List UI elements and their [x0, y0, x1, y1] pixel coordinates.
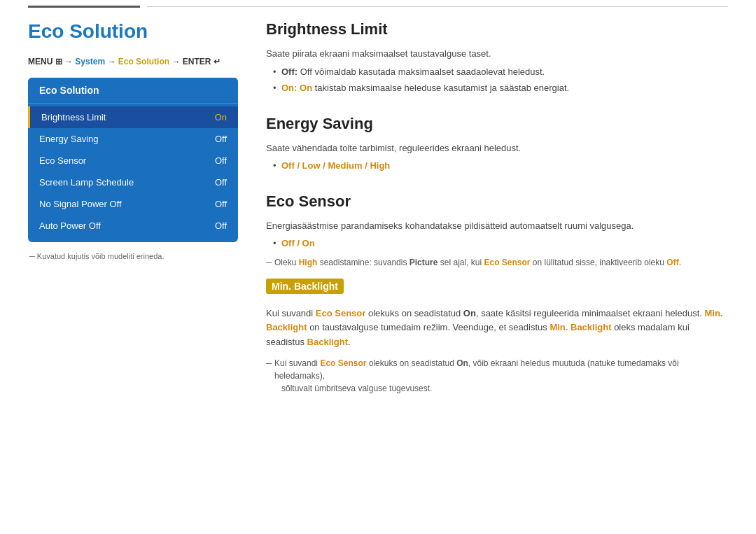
bullet-1-label: Off: Off võimaldab kasutada maksimaalset…: [281, 66, 545, 77]
arrow2: →: [107, 57, 118, 66]
sidebar-item-auto-power-off[interactable]: Auto Power OffOff: [28, 215, 238, 237]
right-panel: Brightness Limit Saate piirata ekraani m…: [266, 8, 728, 414]
sidebar-item-no-signal-power-off[interactable]: No Signal Power OffOff: [28, 193, 238, 215]
enter-icon: ↵: [214, 57, 220, 66]
enter-label: ENTER: [183, 57, 214, 66]
sidebar-item-value: Off: [215, 220, 227, 231]
eco-link[interactable]: Eco Solution: [118, 57, 169, 66]
min-backlight-badge: Min. Backlight: [266, 279, 344, 294]
eco-sensor-title: Eco Sensor: [266, 192, 728, 211]
eco-sensor-body1: Kui suvandi Eco Sensor olekuks on seadis…: [266, 307, 728, 350]
arrow3: →: [172, 57, 182, 66]
energy-saving-options-list: Off / Low / Medium / High: [266, 159, 728, 173]
eco-options-text: Off / On: [281, 238, 315, 248]
energy-saving-desc: Saate vähendada toite tarbimist, regulee…: [266, 141, 728, 155]
bullet-2: On: On takistab maksimaalse heleduse kas…: [273, 81, 728, 95]
eco-sensor-desc: Energiasäästmise parandamiseks kohandata…: [266, 219, 728, 233]
sidebar-item-brightness-limit[interactable]: Brightness LimitOn: [28, 106, 238, 128]
arrow1: →: [64, 57, 75, 66]
eco-sensor-section: Eco Sensor Energiasäästmise parandamisek…: [266, 192, 728, 395]
sidebar-item-label: Brightness Limit: [41, 112, 106, 122]
eco-sensor-options: Off / On: [273, 237, 728, 251]
eco-sensor-note2: Kui suvandi Eco Sensor olekuks on seadis…: [266, 357, 728, 395]
energy-saving-title: Energy Saving: [266, 115, 728, 133]
sidebar-note: ─ Kuvatud kujutis võib mudeliti erineda.: [28, 252, 238, 260]
border-line-long: [147, 6, 728, 7]
energy-saving-options: Off / Low / Medium / High: [273, 159, 728, 173]
sidebar-item-eco-sensor[interactable]: Eco SensorOff: [28, 150, 238, 171]
brightness-limit-desc: Saate piirata ekraani maksimaalset taust…: [266, 47, 728, 61]
eco-sensor-note1: Oleku High seadistamine: suvandis Pictur…: [266, 256, 728, 269]
brightness-limit-title: Brightness Limit: [266, 20, 728, 38]
brightness-limit-bullets: Off: Off võimaldab kasutada maksimaalset…: [266, 65, 728, 95]
sidebar-menu: Eco Solution Brightness LimitOnEnergy Sa…: [28, 78, 238, 242]
left-panel: Eco Solution MENU ⊞ → System → Eco Solut…: [28, 8, 238, 414]
sidebar-item-value: Off: [215, 177, 227, 188]
sidebar-item-screen-lamp-schedule[interactable]: Screen Lamp ScheduleOff: [28, 171, 238, 193]
sidebar-title: Eco Solution: [28, 78, 238, 104]
energy-saving-section: Energy Saving Saate vähendada toite tarb…: [266, 115, 728, 173]
menu-label: MENU: [28, 57, 55, 66]
sidebar-item-label: Auto Power Off: [39, 220, 101, 231]
sidebar-item-label: Screen Lamp Schedule: [39, 177, 134, 188]
brightness-limit-section: Brightness Limit Saate piirata ekraani m…: [266, 20, 728, 95]
sidebar-item-value: On: [215, 112, 227, 122]
energy-options-text: Off / Low / Medium / High: [281, 160, 390, 171]
menu-icon: ⊞: [55, 57, 62, 66]
sidebar-item-label: Energy Saving: [39, 134, 99, 144]
sidebar-item-energy-saving[interactable]: Energy SavingOff: [28, 128, 238, 150]
sidebar-item-value: Off: [215, 134, 227, 144]
system-link[interactable]: System: [75, 57, 105, 66]
sidebar-item-label: Eco Sensor: [39, 155, 86, 166]
top-border: [0, 0, 756, 8]
eco-sensor-options-list: Off / On: [266, 237, 728, 251]
menu-path: MENU ⊞ → System → Eco Solution → ENTER ↵: [28, 57, 238, 66]
sidebar-item-label: No Signal Power Off: [39, 199, 122, 209]
sidebar-item-value: Off: [215, 155, 227, 166]
bullet-2-label: On: On takistab maksimaalse heleduse kas…: [281, 83, 569, 93]
sidebar-item-value: Off: [215, 199, 227, 209]
bullet-1: Off: Off võimaldab kasutada maksimaalset…: [273, 65, 728, 79]
page-title: Eco Solution: [28, 20, 238, 43]
